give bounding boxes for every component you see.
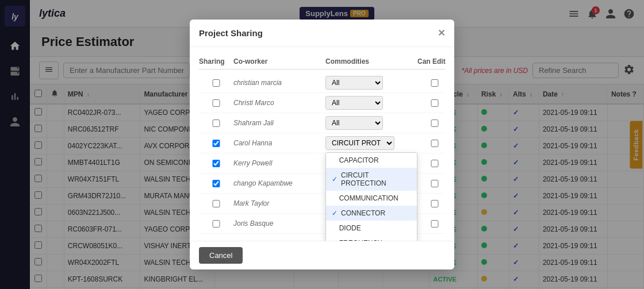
sharing-commodity-1: All (325, 96, 417, 110)
sharing-name-0: christian marcia (233, 79, 325, 87)
commodity-item[interactable]: DIODE (326, 221, 417, 236)
modal-footer: Cancel (190, 241, 454, 269)
sharing-name-1: Christi Marco (233, 99, 325, 107)
sharing-checkbox-5[interactable] (199, 180, 233, 187)
sharing-table-header: Sharing Co-worker Commodities Can Edit (199, 54, 445, 70)
commodity-label: FREQUENCY CONTROL (339, 239, 411, 241)
can-edit-checkbox-5[interactable] (417, 180, 452, 187)
can-edit-checkbox-3[interactable] (417, 140, 452, 147)
sharing-checkbox-2[interactable] (199, 120, 233, 127)
modal-header: Project Sharing ✕ (190, 20, 454, 47)
commodity-label: CIRCUIT PROTECTION (341, 171, 411, 187)
can-edit-checkbox-2[interactable] (417, 120, 452, 127)
sharing-name-4: Kerry Powell (233, 159, 325, 167)
commodity-item[interactable]: COMMUNICATION (326, 191, 417, 206)
sharing-name-2: Shahram Jali (233, 119, 325, 127)
sharing-name-5: chango Kapambwe (233, 179, 325, 187)
sharing-checkbox-6[interactable] (199, 200, 233, 207)
modal-close-button[interactable]: ✕ (438, 28, 445, 38)
commodity-select-0[interactable]: All (325, 76, 383, 90)
sharing-rows: christian marcia All Christi Marco All S… (199, 73, 445, 234)
commodity-select-2[interactable]: All (325, 116, 383, 130)
sharing-checkbox-0[interactable] (199, 79, 233, 87)
commodity-check-icon (332, 156, 336, 164)
can-edit-checkbox-4[interactable] (417, 160, 452, 167)
sharing-checkbox-7[interactable] (199, 220, 233, 228)
commodity-item[interactable]: ✓ CIRCUIT PROTECTION (326, 168, 417, 191)
modal-body: Sharing Co-worker Commodities Can Edit c… (190, 47, 454, 241)
can-edit-checkbox-6[interactable] (417, 200, 452, 207)
cancel-button[interactable]: Cancel (199, 247, 243, 264)
can-edit-checkbox-1[interactable] (417, 99, 452, 107)
col-coworker: Co-worker (233, 57, 325, 65)
commodity-select-3[interactable]: CIRCUIT PROTEC... (325, 136, 394, 150)
can-edit-checkbox-0[interactable] (417, 79, 452, 87)
commodity-select-1[interactable]: All (325, 96, 383, 110)
commodity-check-icon (332, 224, 336, 232)
col-sharing: Sharing (199, 57, 233, 65)
project-sharing-modal: Project Sharing ✕ Sharing Co-worker Comm… (190, 20, 454, 269)
sharing-row: Carol Hanna CIRCUIT PROTEC... CAPACITOR … (199, 133, 445, 153)
sharing-commodity-2: All (325, 116, 417, 130)
commodity-label: DIODE (339, 224, 361, 232)
commodity-label: CONNECTOR (341, 209, 385, 217)
sharing-commodity-0: All (325, 76, 417, 90)
commodity-dropdown[interactable]: CAPACITOR ✓ CIRCUIT PROTECTION COMMUNICA… (325, 152, 417, 241)
sharing-commodity-3: CIRCUIT PROTEC... CAPACITOR ✓ CIRCUIT PR… (325, 136, 417, 150)
commodity-item[interactable]: FREQUENCY CONTROL (326, 236, 417, 241)
commodity-check-icon: ✓ (332, 175, 338, 183)
commodity-check-icon (332, 194, 336, 202)
sharing-row: Shahram Jali All (199, 113, 445, 133)
commodity-label: CAPACITOR (339, 156, 379, 164)
sharing-checkbox-4[interactable] (199, 160, 233, 167)
modal-title: Project Sharing (199, 28, 263, 38)
can-edit-checkbox-7[interactable] (417, 220, 452, 228)
sharing-checkbox-1[interactable] (199, 99, 233, 107)
commodity-label: COMMUNICATION (339, 194, 398, 202)
sharing-name-6: Mark Taylor (233, 199, 325, 207)
col-commodities: Commodities (325, 57, 417, 65)
sharing-name-7: Joris Basque (233, 219, 325, 228)
sharing-row: Christi Marco All (199, 93, 445, 113)
commodity-item[interactable]: ✓ CONNECTOR (326, 206, 417, 221)
commodity-check-icon: ✓ (332, 209, 338, 217)
commodity-item[interactable]: CAPACITOR (326, 153, 417, 168)
modal-overlay[interactable]: Project Sharing ✕ Sharing Co-worker Comm… (0, 0, 644, 289)
sharing-row: christian marcia All (199, 73, 445, 93)
sharing-name-3: Carol Hanna (233, 139, 325, 147)
col-can-edit: Can Edit (417, 57, 452, 65)
sharing-checkbox-3[interactable] (199, 140, 233, 147)
